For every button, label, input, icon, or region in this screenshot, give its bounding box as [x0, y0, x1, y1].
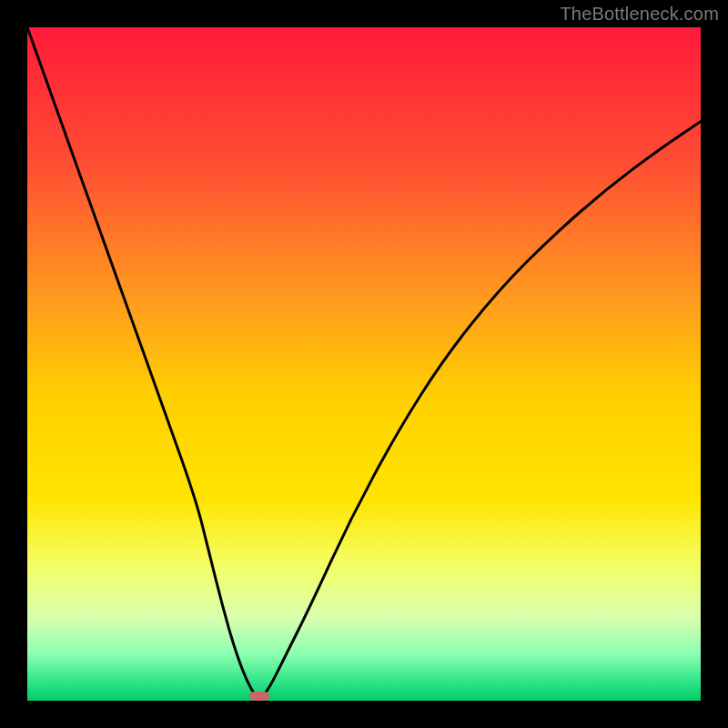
optimal-marker — [249, 692, 269, 701]
plot-area — [27, 27, 701, 701]
watermark-text: TheBottleneck.com — [560, 4, 719, 25]
bottleneck-curve — [27, 27, 701, 701]
chart-frame: TheBottleneck.com — [0, 0, 728, 728]
